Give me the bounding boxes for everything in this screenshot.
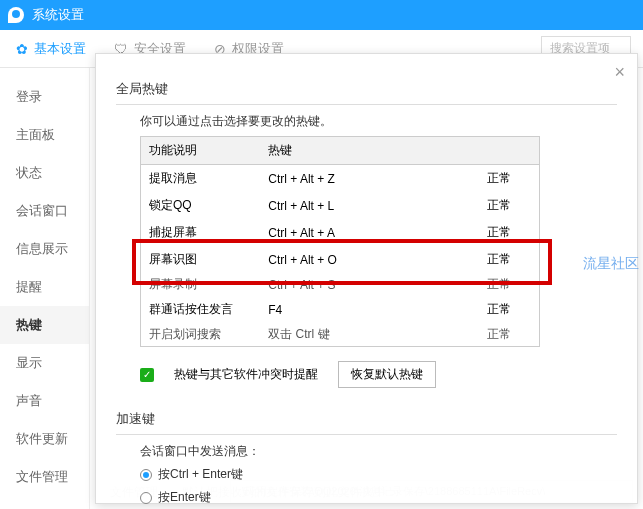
cell-key[interactable]: Ctrl + Alt + S	[260, 273, 459, 296]
cell-key[interactable]: Ctrl + Alt + A	[260, 219, 459, 246]
sidebar-item-remind[interactable]: 提醒	[0, 268, 89, 306]
cell-func: 锁定QQ	[141, 192, 261, 219]
sidebar-item-update[interactable]: 软件更新	[0, 420, 89, 458]
cell-status: 正常	[460, 165, 540, 193]
section-global-hotkey-title: 全局热键	[116, 80, 617, 105]
table-row[interactable]: 捕捉屏幕Ctrl + Alt + A正常	[141, 219, 540, 246]
cell-func: 提取消息	[141, 165, 261, 193]
table-row[interactable]: 群通话按住发言F4正常	[141, 296, 540, 323]
cell-func: 捕捉屏幕	[141, 219, 261, 246]
sidebar-item-display[interactable]: 显示	[0, 344, 89, 382]
cell-func: 开启划词搜索	[141, 323, 261, 347]
cell-status: 正常	[460, 219, 540, 246]
conflict-label: 热键与其它软件冲突时提醒	[174, 366, 318, 383]
cell-status: 正常	[460, 192, 540, 219]
cell-func: 屏幕录制	[141, 273, 261, 296]
restore-default-button[interactable]: 恢复默认热键	[338, 361, 436, 388]
radio-enter[interactable]	[140, 492, 152, 504]
close-icon[interactable]: ×	[614, 62, 625, 83]
tab-basic[interactable]: ✿ 基本设置	[16, 40, 86, 58]
gear-icon: ✿	[16, 41, 28, 57]
section-hint: 你可以通过点击选择要更改的热键。	[140, 113, 617, 130]
cell-func: 屏幕识图	[141, 246, 261, 273]
sidebar-item-hotkey[interactable]: 热键	[0, 306, 89, 344]
titlebar: 系统设置	[0, 0, 643, 30]
cell-key[interactable]: Ctrl + Alt + Z	[260, 165, 459, 193]
th-status	[460, 137, 540, 165]
sidebar: 登录 主面板 状态 会话窗口 信息展示 提醒 热键 显示 声音 软件更新 文件管…	[0, 68, 90, 509]
table-row[interactable]: 开启划词搜索双击 Ctrl 键正常	[141, 323, 540, 347]
cell-status: 正常	[460, 323, 540, 347]
settings-modal: × 全局热键 你可以通过点击选择要更改的热键。 功能说明 热键 提取消息Ctrl…	[95, 53, 638, 504]
send-message-label: 会话窗口中发送消息：	[140, 443, 617, 460]
hotkey-table: 功能说明 热键 提取消息Ctrl + Alt + Z正常锁定QQCtrl + A…	[140, 136, 540, 347]
cell-status: 正常	[460, 296, 540, 323]
cell-key[interactable]: Ctrl + Alt + O	[260, 246, 459, 273]
th-func: 功能说明	[141, 137, 261, 165]
cell-status: 正常	[460, 273, 540, 296]
sidebar-item-infodisplay[interactable]: 信息展示	[0, 230, 89, 268]
cell-key[interactable]: Ctrl + Alt + L	[260, 192, 459, 219]
table-row[interactable]: 屏幕录制Ctrl + Alt + S正常	[141, 273, 540, 296]
radio-ctrl-enter-label: 按Ctrl + Enter键	[158, 466, 243, 483]
table-row[interactable]: 屏幕识图Ctrl + Alt + O正常	[141, 246, 540, 273]
sidebar-item-sound[interactable]: 声音	[0, 382, 89, 420]
cell-status: 正常	[460, 246, 540, 273]
sidebar-item-filemgr[interactable]: 文件管理	[0, 458, 89, 496]
sidebar-item-chatwindow[interactable]: 会话窗口	[0, 192, 89, 230]
sidebar-item-login[interactable]: 登录	[0, 78, 89, 116]
section-accel-title: 加速键	[116, 410, 617, 435]
conflict-checkbox[interactable]: ✓	[140, 368, 154, 382]
table-row[interactable]: 锁定QQCtrl + Alt + L正常	[141, 192, 540, 219]
cell-func: 群通话按住发言	[141, 296, 261, 323]
app-icon	[8, 7, 24, 23]
watermark: 流星社区	[583, 255, 639, 273]
table-row[interactable]: 提取消息Ctrl + Alt + Z正常	[141, 165, 540, 193]
th-key: 热键	[260, 137, 459, 165]
sidebar-item-status[interactable]: 状态	[0, 154, 89, 192]
sidebar-item-mainpanel[interactable]: 主面板	[0, 116, 89, 154]
cell-key[interactable]: 双击 Ctrl 键	[260, 323, 459, 347]
titlebar-title: 系统设置	[32, 6, 84, 24]
radio-ctrl-enter[interactable]	[140, 469, 152, 481]
radio-enter-label: 按Enter键	[158, 489, 211, 506]
cell-key[interactable]: F4	[260, 296, 459, 323]
